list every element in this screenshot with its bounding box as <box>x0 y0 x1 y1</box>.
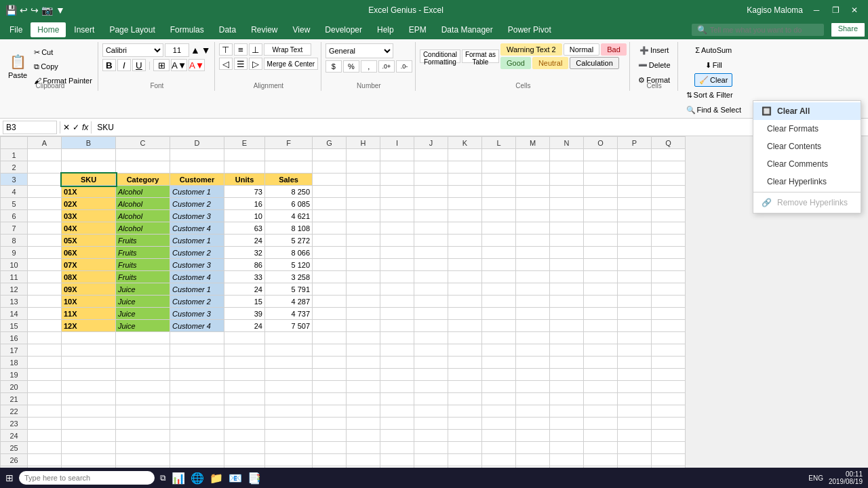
cell-J1[interactable] <box>414 149 448 161</box>
cell-N3[interactable] <box>550 174 584 186</box>
cell-D7[interactable]: Customer 4 <box>170 222 224 235</box>
cell-D17[interactable] <box>170 344 224 357</box>
cell-A20[interactable] <box>28 381 62 393</box>
col-header-g[interactable]: G <box>313 137 347 149</box>
cell-K25[interactable] <box>448 442 482 454</box>
cell-E20[interactable] <box>224 381 265 393</box>
cell-I10[interactable] <box>380 259 414 271</box>
cell-E9[interactable]: 32 <box>224 247 265 259</box>
cell-B25[interactable] <box>62 442 116 454</box>
cell-O15[interactable] <box>584 320 618 332</box>
cell-I2[interactable] <box>380 161 414 174</box>
cell-C15[interactable]: Juice <box>116 320 170 332</box>
cell-J6[interactable] <box>414 210 448 222</box>
cell-C5[interactable]: Alcohol <box>116 198 170 210</box>
cell-P8[interactable] <box>618 235 652 247</box>
border-button[interactable]: ⊞ <box>153 59 170 71</box>
cell-M1[interactable] <box>516 149 550 161</box>
cell-Q16[interactable] <box>652 332 686 344</box>
cell-K7[interactable] <box>448 222 482 235</box>
cell-J23[interactable] <box>414 418 448 430</box>
cell-B16[interactable] <box>62 332 116 344</box>
cell-M17[interactable] <box>516 344 550 357</box>
col-header-i[interactable]: I <box>380 137 414 149</box>
cell-K3[interactable] <box>448 174 482 186</box>
cell-P15[interactable] <box>618 320 652 332</box>
cell-I13[interactable] <box>380 296 414 308</box>
cell-D12[interactable]: Customer 1 <box>170 283 224 296</box>
cell-G7[interactable] <box>313 222 347 235</box>
cell-H24[interactable] <box>347 430 380 442</box>
cell-C4[interactable]: Alcohol <box>116 186 170 198</box>
align-top-button[interactable]: ⊤ <box>219 43 233 56</box>
cell-G14[interactable] <box>313 308 347 320</box>
cell-F10[interactable]: 5 120 <box>265 259 313 271</box>
cell-F3[interactable]: Sales <box>265 174 313 186</box>
cell-L6[interactable] <box>482 210 516 222</box>
cell-Q7[interactable] <box>652 222 686 235</box>
tell-me-input[interactable] <box>710 26 818 34</box>
minimize-button[interactable]: ─ <box>808 2 825 18</box>
cell-I16[interactable] <box>380 332 414 344</box>
cell-K4[interactable] <box>448 186 482 198</box>
row-header-19[interactable]: 19 <box>1 369 28 381</box>
row-header-11[interactable]: 11 <box>1 271 28 283</box>
cell-A13[interactable] <box>28 296 62 308</box>
cell-Q6[interactable] <box>652 210 686 222</box>
conditional-formatting-button[interactable]: ConditionalFormatting <box>420 49 460 63</box>
cell-L5[interactable] <box>482 198 516 210</box>
cell-Q14[interactable] <box>652 308 686 320</box>
name-box[interactable] <box>3 121 57 134</box>
percent-button[interactable]: % <box>343 60 359 73</box>
cell-L26[interactable] <box>482 454 516 466</box>
cell-N21[interactable] <box>550 393 584 405</box>
cell-O19[interactable] <box>584 369 618 381</box>
cell-E4[interactable]: 73 <box>224 186 265 198</box>
italic-button[interactable]: I <box>117 59 131 71</box>
cell-G15[interactable] <box>313 320 347 332</box>
cell-D16[interactable] <box>170 332 224 344</box>
cell-L25[interactable] <box>482 442 516 454</box>
cell-H10[interactable] <box>347 259 380 271</box>
menu-developer[interactable]: Developer <box>318 22 369 37</box>
cell-H23[interactable] <box>347 418 380 430</box>
cell-E17[interactable] <box>224 344 265 357</box>
cell-I14[interactable] <box>380 308 414 320</box>
cell-L2[interactable] <box>482 161 516 174</box>
cell-K19[interactable] <box>448 369 482 381</box>
cell-K5[interactable] <box>448 198 482 210</box>
cell-M26[interactable] <box>516 454 550 466</box>
cell-D1[interactable] <box>170 149 224 161</box>
cell-G4[interactable] <box>313 186 347 198</box>
cell-M6[interactable] <box>516 210 550 222</box>
cell-G17[interactable] <box>313 344 347 357</box>
cell-N19[interactable] <box>550 369 584 381</box>
cell-A23[interactable] <box>28 418 62 430</box>
cell-Q1[interactable] <box>652 149 686 161</box>
cell-Q2[interactable] <box>652 161 686 174</box>
cell-D13[interactable]: Customer 2 <box>170 296 224 308</box>
row-header-13[interactable]: 13 <box>1 296 28 308</box>
sort-filter-button[interactable]: ⇅ Sort & Filter <box>682 88 745 102</box>
cell-C26[interactable] <box>116 454 170 466</box>
cell-D25[interactable] <box>170 442 224 454</box>
cell-G5[interactable] <box>313 198 347 210</box>
cell-G23[interactable] <box>313 418 347 430</box>
comma-button[interactable]: , <box>361 60 377 73</box>
cell-A26[interactable] <box>28 454 62 466</box>
cell-P21[interactable] <box>618 393 652 405</box>
cell-B12[interactable]: 09X <box>62 283 116 296</box>
find-select-button[interactable]: 🔍 Find & Select <box>682 103 745 117</box>
cell-N22[interactable] <box>550 405 584 418</box>
cell-P9[interactable] <box>618 247 652 259</box>
menu-insert[interactable]: Insert <box>67 22 101 37</box>
clear-hyperlinks-item[interactable]: Clear Hyperlinks <box>753 173 861 190</box>
confirm-formula-button[interactable]: ✓ <box>73 123 79 132</box>
cell-F18[interactable] <box>265 357 313 369</box>
cell-O20[interactable] <box>584 381 618 393</box>
col-header-j[interactable]: J <box>414 137 448 149</box>
cell-H4[interactable] <box>347 186 380 198</box>
col-header-q[interactable]: Q <box>652 137 686 149</box>
cell-K1[interactable] <box>448 149 482 161</box>
cell-I19[interactable] <box>380 369 414 381</box>
